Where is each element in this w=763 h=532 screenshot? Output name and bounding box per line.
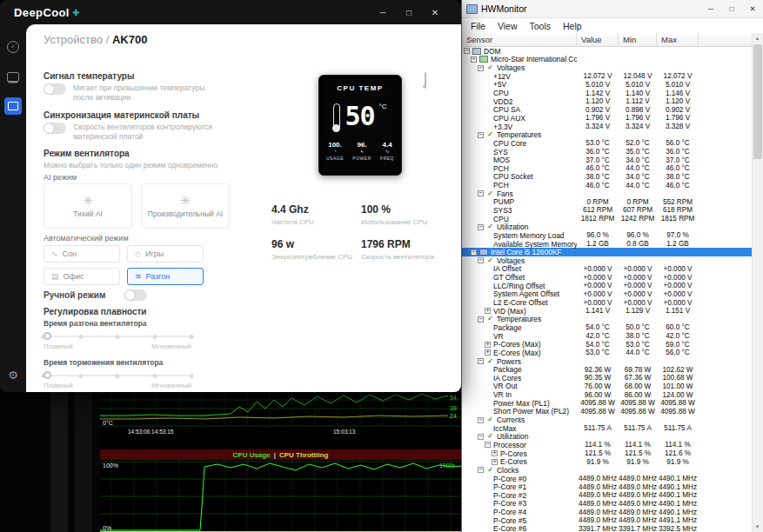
- minimize-button[interactable]: ─: [700, 4, 721, 13]
- sensor-row[interactable]: L2 E-Core Offset+0.000 V+0.000 V+0.000 V: [462, 298, 752, 307]
- maximize-button[interactable]: □: [404, 8, 414, 17]
- expand-toggle[interactable]: −: [478, 257, 484, 263]
- sensor-row[interactable]: Short Power Max (PL2)4095.88 W4095.88 W4…: [462, 408, 752, 416]
- column-value[interactable]: Value: [577, 33, 619, 46]
- sidebar-item-settings[interactable]: ⚙: [4, 366, 22, 383]
- sensor-row[interactable]: P-Core #54489.0 MHz4489.0 MHz4491.1 MHz: [462, 516, 752, 525]
- sensor-row[interactable]: −Processor114.1 %114.1 %114.1 %: [462, 441, 752, 449]
- sensor-row[interactable]: CPU1.142 V1.140 V1.146 V: [462, 89, 752, 97]
- sensor-row[interactable]: P-Core #34489.0 MHz4489.0 MHz4490.1 MHz: [462, 500, 752, 509]
- sensor-row[interactable]: LLC/Ring Offset+0.000 V+0.000 V+0.000 V: [462, 282, 752, 290]
- sensor-row[interactable]: System Agent Offset+0.000 V+0.000 V+0.00…: [462, 290, 752, 299]
- deepcool-titlebar[interactable]: DeepCool ✚ ─ □ ✕: [0, 0, 461, 24]
- auto-option-игры[interactable]: ◇Игры: [127, 245, 204, 263]
- menu-item-tools[interactable]: Tools: [524, 21, 558, 31]
- expand-toggle[interactable]: +: [485, 349, 491, 356]
- sensor-row[interactable]: −Voltages: [462, 256, 752, 265]
- expand-toggle[interactable]: −: [478, 417, 484, 423]
- sensor-row[interactable]: −Intel Core i5 12600KF: [462, 248, 752, 256]
- expand-toggle[interactable]: +: [492, 450, 498, 456]
- sensor-row[interactable]: CPU1812 RPM1242 RPM1815 RPM: [462, 215, 752, 223]
- sensor-row[interactable]: P-Core #14489.0 MHz4489.0 MHz4490.1 MHz: [462, 482, 752, 491]
- expand-toggle[interactable]: −: [471, 249, 477, 256]
- mb-sync-toggle[interactable]: [44, 123, 66, 134]
- ai-card-1[interactable]: ✳Производительный AI: [141, 183, 230, 229]
- expand-toggle[interactable]: −: [478, 224, 484, 230]
- sensor-row[interactable]: System Memory Load96.0 %96.0 %97.0 %: [462, 231, 752, 240]
- sensor-row[interactable]: −Currents: [462, 416, 752, 424]
- slider-handle[interactable]: [44, 332, 51, 340]
- sensor-row[interactable]: CPU Socket38.0 °C34.0 °C38.0 °C: [462, 173, 752, 182]
- sensor-row[interactable]: +5V5.010 V5.010 V5.010 V: [462, 81, 752, 90]
- close-button[interactable]: ✕: [742, 4, 763, 13]
- sensor-row[interactable]: IA Cores90.35 W67.36 W100.68 W: [462, 374, 752, 382]
- breadcrumb-section[interactable]: Устройство: [44, 33, 103, 46]
- sidebar-item-status[interactable]: ✓: [4, 38, 22, 56]
- expand-toggle[interactable]: −: [478, 358, 484, 364]
- sensor-row[interactable]: −Voltages: [462, 63, 752, 72]
- auto-option-офис[interactable]: ▤Офис: [44, 268, 120, 285]
- menu-item-help[interactable]: Help: [557, 21, 588, 31]
- sensor-row[interactable]: VR In96.00 W86.00 W124.00 W: [462, 390, 752, 399]
- sensor-row[interactable]: Power Max (PL1)4095.88 W4095.88 W4095.88…: [462, 399, 752, 408]
- sensor-row[interactable]: E-Core #63391.7 MHz3391.7 MHz3392.5 MHz: [462, 525, 752, 532]
- sensor-row[interactable]: +P-Cores121.5 %121.5 %121.6 %: [462, 449, 752, 458]
- sensor-row[interactable]: GT Offset+0.000 V+0.000 V+0.000 V: [462, 273, 752, 282]
- slider-track-1[interactable]: [44, 371, 191, 379]
- sidebar-item-devices[interactable]: [4, 68, 22, 85]
- sensor-row[interactable]: SYS36.0 °C35.0 °C36.0 °C: [462, 148, 752, 156]
- screen-cast-icon[interactable]: [425, 72, 426, 89]
- sensor-row[interactable]: IA Offset+0.000 V+0.000 V+0.000 V: [462, 265, 752, 274]
- sensor-row[interactable]: −Temperatures: [462, 316, 752, 324]
- sensor-row[interactable]: +E-Cores (Max)53.0 °C44.0 °C56.0 °C: [462, 349, 752, 357]
- sensor-row[interactable]: −Clocks: [462, 466, 752, 475]
- scroll-down-icon[interactable]: ▼: [753, 522, 762, 532]
- sensor-row[interactable]: P-Core #04489.0 MHz4489.0 MHz4490.1 MHz: [462, 475, 752, 483]
- sensor-row[interactable]: CPU AUX1.796 V1.796 V1.796 V: [462, 114, 752, 123]
- sensor-row[interactable]: −DOM: [462, 47, 752, 56]
- maximize-button[interactable]: □: [721, 4, 742, 13]
- sensor-row[interactable]: +P-Cores (Max)54.0 °C53.0 °C59.0 °C: [462, 340, 752, 349]
- expand-toggle[interactable]: −: [485, 442, 491, 448]
- sensor-row[interactable]: CPU SA0.902 V0.898 V0.902 V: [462, 105, 752, 114]
- column-max[interactable]: Max: [657, 33, 699, 46]
- slider-track-0[interactable]: [44, 332, 191, 340]
- auto-option-сон[interactable]: ∿Сон: [44, 245, 120, 263]
- slider-handle[interactable]: [44, 371, 51, 379]
- sensor-row[interactable]: PCH46.0 °C44.0 °C46.0 °C: [462, 181, 752, 190]
- hwmonitor-titlebar[interactable]: HWMonitor ─ □ ✕: [462, 0, 763, 18]
- sensor-row[interactable]: −Powers: [462, 357, 752, 366]
- sensor-row[interactable]: Package92.36 W69.78 W102.62 W: [462, 365, 752, 374]
- expand-toggle[interactable]: −: [471, 57, 477, 63]
- expand-toggle[interactable]: −: [478, 65, 484, 71]
- expand-toggle[interactable]: +: [485, 342, 491, 348]
- temp-signal-toggle[interactable]: [44, 83, 66, 95]
- sensor-row[interactable]: +3.3V3.324 V3.324 V3.328 V: [462, 123, 752, 131]
- auto-option-разгон[interactable]: ≋Разгон: [127, 268, 204, 285]
- sensor-row[interactable]: PCH46.0 °C44.0 °C46.0 °C: [462, 164, 752, 173]
- sensor-row[interactable]: VDD21.120 V1.112 V1.120 V: [462, 97, 752, 106]
- sensor-row[interactable]: −Utilization: [462, 432, 752, 441]
- column-sensor[interactable]: Sensor: [462, 33, 577, 46]
- menu-item-file[interactable]: File: [465, 21, 492, 31]
- sensor-row[interactable]: Available System Memory1.2 GB0.8 GB1.2 G…: [462, 240, 752, 249]
- menu-item-view[interactable]: View: [492, 21, 524, 31]
- scroll-up-icon[interactable]: ▲: [753, 33, 762, 43]
- expand-toggle[interactable]: −: [478, 434, 484, 440]
- sensor-row[interactable]: +VID (Max)1.141 V1.129 V1.151 V: [462, 307, 752, 316]
- sidebar-item-display[interactable]: [4, 97, 22, 115]
- sensor-row[interactable]: PUMP0 RPM0 RPM552 RPM: [462, 198, 752, 207]
- manual-mode-toggle[interactable]: [124, 289, 147, 301]
- expand-toggle[interactable]: +: [492, 459, 498, 465]
- expand-toggle[interactable]: −: [478, 190, 484, 196]
- sensor-row[interactable]: −Micro-Star International Co. Lt...: [462, 56, 752, 64]
- sensor-row[interactable]: VR42.0 °C38.0 °C42.0 °C: [462, 332, 752, 341]
- expand-toggle[interactable]: −: [464, 48, 470, 54]
- expand-toggle[interactable]: −: [478, 467, 484, 473]
- scroll-thumb[interactable]: [753, 44, 762, 159]
- sensor-row[interactable]: VR Out76.00 W68.00 W101.00 W: [462, 382, 752, 391]
- expand-toggle[interactable]: −: [478, 316, 484, 323]
- column-min[interactable]: Min: [619, 33, 657, 46]
- sensor-row[interactable]: MOS37.0 °C34.0 °C37.0 °C: [462, 156, 752, 164]
- minimize-button[interactable]: ─: [378, 8, 388, 17]
